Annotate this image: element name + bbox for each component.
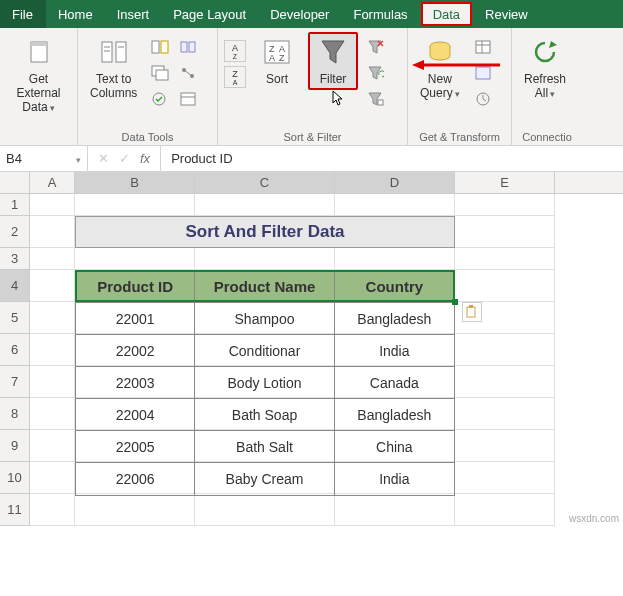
sort-label: Sort [266, 72, 288, 86]
reapply-button[interactable] [364, 62, 386, 84]
advanced-button[interactable] [364, 88, 386, 110]
table-cell[interactable]: Shampoo [195, 303, 334, 335]
row-header[interactable]: 5 [0, 302, 30, 334]
svg-rect-12 [156, 70, 168, 80]
row-header[interactable]: 9 [0, 430, 30, 462]
group-connections-label: Connectio [518, 129, 576, 143]
table-cell[interactable]: China [335, 431, 454, 463]
table-cell[interactable]: 22001 [76, 303, 195, 335]
table-cell[interactable]: Conditionar [195, 335, 334, 367]
group-data-tools-label: Data Tools [84, 129, 211, 143]
row-header[interactable]: 11 [0, 494, 30, 526]
consolidate-button[interactable] [177, 36, 199, 58]
table-cell[interactable]: Bath Soap [195, 399, 334, 431]
table-cell[interactable]: Bangladesh [335, 399, 454, 431]
svg-text:A: A [269, 53, 275, 63]
table-cell[interactable]: 22005 [76, 431, 195, 463]
filter-button[interactable]: Filter [308, 32, 358, 90]
table-cell[interactable]: Body Lotion [195, 367, 334, 399]
watermark: wsxdn.com [569, 513, 619, 524]
table-cell[interactable]: Bangladesh [335, 303, 454, 335]
row-header[interactable]: 1 [0, 194, 30, 216]
row-header[interactable]: 8 [0, 398, 30, 430]
data-table: Product ID Product Name Country 22001Sha… [75, 270, 455, 496]
svg-rect-3 [31, 42, 47, 46]
name-box[interactable]: B4 [0, 146, 88, 171]
col-header-e[interactable]: E [455, 172, 555, 193]
tab-review[interactable]: Review [473, 0, 540, 28]
flash-fill-button[interactable] [149, 36, 171, 58]
tab-formulas[interactable]: Formulas [341, 0, 419, 28]
svg-marker-1 [412, 60, 424, 70]
filter-label: Filter [320, 72, 347, 86]
enter-formula-icon[interactable]: ✓ [119, 151, 130, 166]
svg-rect-9 [152, 41, 159, 53]
remove-duplicates-button[interactable] [149, 62, 171, 84]
tab-data[interactable]: Data [421, 2, 472, 26]
relationships-button[interactable] [177, 62, 199, 84]
ribbon-tabs: File Home Insert Page Layout Developer F… [0, 0, 623, 28]
group-sort-filter-label: Sort & Filter [224, 129, 401, 143]
col-header-d[interactable]: D [335, 172, 455, 193]
col-header-b[interactable]: B [75, 172, 195, 193]
table-cell[interactable]: 22003 [76, 367, 195, 399]
selection-handle[interactable] [452, 299, 458, 305]
table-cell[interactable]: India [335, 335, 454, 367]
row-header[interactable]: 6 [0, 334, 30, 366]
row-header[interactable]: 2 [0, 216, 30, 248]
row-header[interactable]: 10 [0, 462, 30, 494]
tab-page-layout[interactable]: Page Layout [161, 0, 258, 28]
new-query-label: New Query [420, 72, 453, 100]
recent-sources-button[interactable] [472, 88, 494, 110]
name-box-value: B4 [6, 151, 22, 166]
tab-insert[interactable]: Insert [105, 0, 162, 28]
table-header[interactable]: Country [335, 271, 454, 303]
svg-marker-35 [549, 41, 557, 48]
table-cell[interactable]: 22006 [76, 463, 195, 495]
table-header[interactable]: Product Name [195, 271, 334, 303]
tab-home[interactable]: Home [46, 0, 105, 28]
table-cell[interactable]: India [335, 463, 454, 495]
formula-input[interactable]: Product ID [161, 151, 242, 166]
svg-rect-37 [469, 305, 473, 308]
text-to-columns-label: Text to Columns [90, 72, 137, 100]
tab-file[interactable]: File [0, 0, 46, 28]
refresh-all-button[interactable]: Refresh All [518, 32, 572, 105]
tab-developer[interactable]: Developer [258, 0, 341, 28]
cursor-icon [332, 90, 344, 108]
text-to-columns-icon [98, 36, 130, 68]
table-cell[interactable]: 22004 [76, 399, 195, 431]
svg-rect-19 [181, 93, 195, 105]
row-header[interactable]: 3 [0, 248, 30, 270]
row-header[interactable]: 7 [0, 366, 30, 398]
select-all-corner[interactable] [0, 172, 30, 193]
svg-rect-15 [189, 42, 195, 52]
text-to-columns-button[interactable]: Text to Columns [84, 32, 143, 104]
paste-options-button[interactable] [462, 302, 482, 322]
svg-rect-5 [116, 42, 126, 62]
data-validation-button[interactable] [149, 88, 171, 110]
col-header-a[interactable]: A [30, 172, 75, 193]
fx-icon[interactable]: fx [140, 151, 150, 166]
show-queries-button[interactable] [472, 36, 494, 58]
table-header[interactable]: Product ID [76, 271, 195, 303]
table-cell[interactable]: Baby Cream [195, 463, 334, 495]
sort-za-button[interactable]: ZA [224, 66, 246, 88]
row-header[interactable]: 4 [0, 270, 30, 302]
table-cell[interactable]: Canada [335, 367, 454, 399]
svg-line-18 [184, 70, 192, 76]
cancel-formula-icon[interactable]: ✕ [98, 151, 109, 166]
clear-filter-button[interactable] [364, 36, 386, 58]
col-header-c[interactable]: C [195, 172, 335, 193]
sort-button[interactable]: ZAAZ Sort [252, 32, 302, 90]
get-external-data-button[interactable]: Get External Data [6, 32, 71, 119]
table-cell[interactable]: 22002 [76, 335, 195, 367]
svg-rect-4 [102, 42, 112, 62]
get-external-data-icon [23, 36, 55, 68]
refresh-icon [529, 36, 561, 68]
table-cell[interactable]: Bath Salt [195, 431, 334, 463]
sort-az-button[interactable]: AZ [224, 40, 246, 62]
svg-rect-14 [181, 42, 187, 52]
group-get-transform-label: Get & Transform [414, 129, 505, 143]
manage-data-model-button[interactable] [177, 88, 199, 110]
